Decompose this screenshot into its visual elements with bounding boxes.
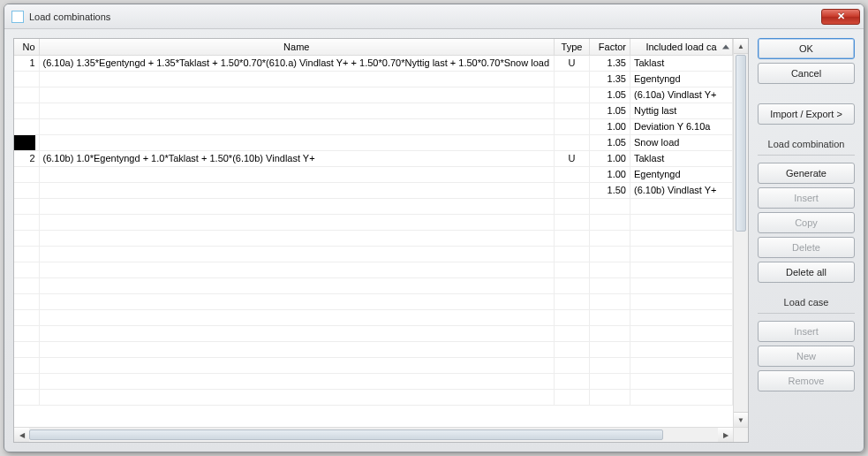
cell-name[interactable] [39, 103, 555, 118]
header-factor[interactable]: Factor [590, 39, 630, 55]
cell-factor[interactable] [590, 373, 630, 389]
cell-type[interactable] [555, 230, 590, 246]
horizontal-scrollbar[interactable]: ◀ ▶ [14, 427, 748, 442]
cell-factor[interactable]: 1.00 [590, 166, 630, 182]
table-row[interactable]: 1.05Nyttig last [14, 103, 733, 118]
insert-combo-button[interactable]: Insert [758, 187, 855, 209]
new-case-button[interactable]: New [758, 346, 855, 367]
cell-no[interactable] [14, 198, 39, 214]
cell-type[interactable] [555, 309, 590, 325]
cell-no[interactable]: 2 [14, 150, 39, 166]
import-export-button[interactable]: Import / Export > [758, 103, 855, 125]
cell-factor[interactable] [590, 293, 630, 309]
cell-factor[interactable] [590, 325, 630, 341]
cell-name[interactable] [39, 198, 555, 214]
cell-type[interactable] [555, 118, 590, 134]
cell-type[interactable] [555, 198, 590, 214]
cell-included[interactable] [630, 357, 733, 373]
cell-type[interactable] [555, 87, 590, 103]
cell-name[interactable] [39, 357, 555, 373]
cell-included[interactable] [630, 293, 733, 309]
cell-name[interactable] [39, 71, 555, 87]
cell-name[interactable] [39, 246, 555, 262]
cell-factor[interactable] [590, 341, 630, 357]
cell-type[interactable] [555, 103, 590, 118]
cell-included[interactable]: Snow load [630, 134, 733, 150]
cell-type[interactable] [555, 357, 590, 373]
cell-factor[interactable]: 1.50 [590, 182, 630, 198]
titlebar[interactable]: Load combinations ✕ [4, 4, 864, 29]
table-row[interactable]: 1.00Deviation Y 6.10a [14, 118, 733, 134]
cell-factor[interactable]: 1.00 [590, 150, 630, 166]
table-row[interactable] [14, 277, 733, 293]
cell-included[interactable] [630, 341, 733, 357]
cell-name[interactable] [39, 262, 555, 277]
cell-type[interactable]: U [555, 55, 590, 71]
cell-type[interactable] [555, 214, 590, 230]
cell-no[interactable] [14, 389, 39, 405]
header-no[interactable]: No [14, 39, 39, 55]
table-row[interactable] [14, 373, 733, 389]
horizontal-scroll-thumb[interactable] [29, 429, 663, 440]
cell-type[interactable]: U [555, 150, 590, 166]
cell-no[interactable] [14, 357, 39, 373]
cell-factor[interactable]: 1.35 [590, 71, 630, 87]
cell-no[interactable]: 1 [14, 55, 39, 71]
cell-type[interactable] [555, 182, 590, 198]
cell-name[interactable] [39, 134, 555, 150]
cell-factor[interactable]: 1.05 [590, 87, 630, 103]
cell-factor[interactable] [590, 309, 630, 325]
table-row[interactable] [14, 325, 733, 341]
cell-name[interactable] [39, 214, 555, 230]
table-row[interactable] [14, 214, 733, 230]
cell-included[interactable]: Taklast [630, 55, 733, 71]
cell-included[interactable]: Taklast [630, 150, 733, 166]
cell-name[interactable] [39, 325, 555, 341]
cell-included[interactable] [630, 373, 733, 389]
load-combinations-table[interactable]: No Name Type Factor Included load ca 1(6… [14, 39, 733, 406]
cell-name[interactable] [39, 230, 555, 246]
cell-included[interactable] [630, 214, 733, 230]
cell-no[interactable] [14, 230, 39, 246]
insert-case-button[interactable]: Insert [758, 321, 855, 342]
cell-no[interactable] [14, 166, 39, 182]
cell-factor[interactable]: 1.00 [590, 118, 630, 134]
cell-factor[interactable]: 1.05 [590, 103, 630, 118]
cell-included[interactable]: (6.10a) Vindlast Y+ [630, 87, 733, 103]
vertical-scrollbar[interactable]: ▲ ▼ [733, 39, 748, 427]
cell-no[interactable] [14, 71, 39, 87]
cell-included[interactable]: Egentyngd [630, 71, 733, 87]
table-row[interactable]: 1.35Egentyngd [14, 71, 733, 87]
table-row[interactable]: 1.00Egentyngd [14, 166, 733, 182]
cell-no[interactable] [14, 373, 39, 389]
cell-no[interactable] [14, 341, 39, 357]
cell-name[interactable] [39, 309, 555, 325]
cell-included[interactable] [630, 230, 733, 246]
scroll-up-icon[interactable]: ▲ [734, 39, 748, 54]
cell-factor[interactable]: 1.35 [590, 55, 630, 71]
cell-type[interactable] [555, 389, 590, 405]
table-row[interactable]: 1(6.10a) 1.35*Egentyngd + 1.35*Taklast +… [14, 55, 733, 71]
cell-included[interactable]: Egentyngd [630, 166, 733, 182]
cell-no[interactable] [14, 262, 39, 277]
cell-no[interactable] [14, 118, 39, 134]
cell-name[interactable] [39, 87, 555, 103]
horizontal-scroll-track[interactable] [29, 428, 718, 442]
table-row[interactable] [14, 198, 733, 214]
table-row[interactable]: 1.50(6.10b) Vindlast Y+ [14, 182, 733, 198]
header-name[interactable]: Name [39, 39, 555, 55]
cell-type[interactable] [555, 373, 590, 389]
table-row[interactable] [14, 389, 733, 405]
cell-name[interactable] [39, 341, 555, 357]
cell-factor[interactable]: 1.05 [590, 134, 630, 150]
cell-no[interactable] [14, 214, 39, 230]
cell-name[interactable] [39, 182, 555, 198]
vertical-scroll-thumb[interactable] [736, 55, 746, 232]
cell-no[interactable] [14, 182, 39, 198]
cell-included[interactable] [630, 198, 733, 214]
header-included[interactable]: Included load ca [630, 39, 733, 55]
cell-type[interactable] [555, 277, 590, 293]
cell-included[interactable]: (6.10b) Vindlast Y+ [630, 182, 733, 198]
cell-included[interactable] [630, 246, 733, 262]
cell-type[interactable] [555, 325, 590, 341]
